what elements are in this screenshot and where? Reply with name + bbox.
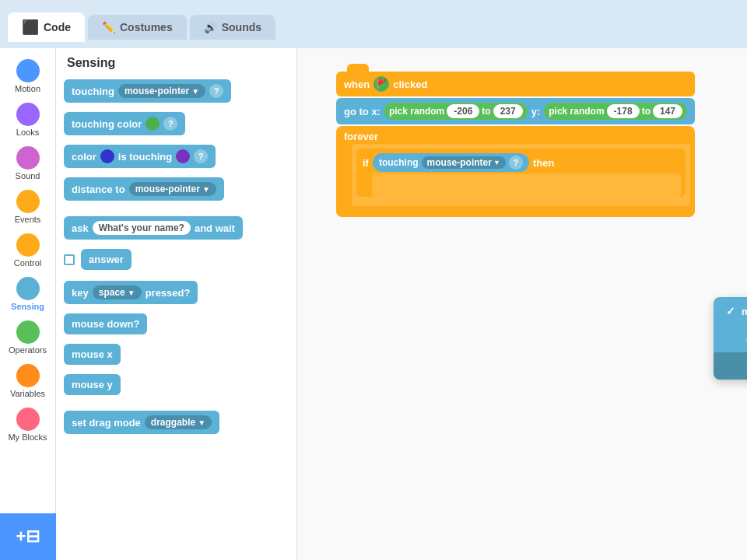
touching-dropdown[interactable]: mouse-pointer ▼ [118,84,205,98]
variables-label: Variables [10,389,45,398]
operators-dot [16,320,40,344]
touching-color-question: ? [163,117,177,131]
sensing-dot [16,277,40,300]
tab-costumes[interactable]: ✏️ Costumes [88,15,187,40]
tab-code[interactable]: ⬛ Code [8,12,85,42]
is-touching-text: is touching [118,151,172,163]
touching-color-text: touching color [72,118,142,130]
blue-color-circle[interactable] [100,149,114,163]
if-inner [372,173,681,197]
sidebar-item-events[interactable]: Events [2,187,54,227]
color-text: color [72,151,96,163]
sidebar-item-myblocks[interactable]: My Blocks [2,404,54,445]
if-dropdown-arrow-icon: ▼ [493,159,500,166]
workspace: when 🚩 clicked go to x: pick random -206… [297,48,747,560]
ask-input[interactable]: What's your name? [93,221,191,235]
sensing-label: Sensing [11,302,44,311]
if-text: if [363,157,369,169]
block-ask[interactable]: ask What's your name? and wait [64,216,289,244]
and-wait-text: and wait [195,222,235,234]
pick-random-1-block: pick random -206 to 237 [384,103,528,120]
clicked-text: clicked [393,79,427,90]
color-touching-question: ? [194,149,208,163]
block-touching[interactable]: touching mouse-pointer ▼ ? [64,79,289,107]
goto-block[interactable]: go to x: pick random -206 to 237 y: pick… [336,98,695,124]
myblocks-label: My Blocks [8,432,47,442]
if-touching-text: touching [379,157,419,168]
forever-label: forever [336,126,695,144]
block-set-drag[interactable]: set drag mode draggable ▼ [64,411,289,439]
mouse-down-text: mouse down? [72,318,139,330]
block-distance[interactable]: distance to mouse-pointer ▼ [64,177,289,205]
dropdown-item-mouse-pointer[interactable]: ✓ mouse-pointer [714,297,747,325]
tab-sounds-label: Sounds [222,21,261,33]
myblocks-dot [16,408,40,431]
y-label: y: [531,106,541,117]
block-color-touching[interactable]: color is touching ? [64,145,289,173]
events-dot [16,190,40,213]
block-mouse-y[interactable]: mouse y [64,374,289,400]
category-sidebar: Motion Looks Sound Events Control Sensin… [0,48,56,560]
touching-dropdown-popup: ✓ mouse-pointer edge snake [714,297,747,380]
distance-dropdown-arrow-icon: ▼ [202,185,210,194]
control-label: Control [14,258,41,268]
sidebar-item-looks[interactable]: Looks [2,100,54,140]
motion-dot [16,59,40,82]
answer-row: answer [64,249,132,270]
drag-dropdown[interactable]: draggable ▼ [145,415,212,429]
then-text: then [533,157,554,169]
if-question: ? [509,156,523,170]
sidebar-item-motion[interactable]: Motion [2,56,54,96]
pressed-text: pressed? [146,287,191,299]
block-answer[interactable]: answer [81,249,132,270]
if-touching-dropdown[interactable]: mouse-pointer ▼ [422,156,506,169]
tab-code-label: Code [44,21,71,33]
add-extension-button[interactable]: +⊟ [0,513,56,560]
key-dropdown-arrow-icon: ▼ [128,289,135,297]
sound-label: Sound [16,171,40,180]
distance-dropdown[interactable]: mouse-pointer ▼ [129,182,216,196]
sidebar-item-operators[interactable]: Operators [2,317,54,358]
dropdown-item-snake[interactable]: snake [714,352,747,380]
main-layout: Motion Looks Sound Events Control Sensin… [0,48,747,560]
n147-value: 147 [653,104,682,118]
dropdown-item-edge[interactable]: edge [714,325,747,352]
n237-value: 237 [493,104,523,118]
sidebar-item-sound[interactable]: Sound [2,143,54,184]
when-clicked-block-group: when 🚩 clicked go to x: pick random -206… [336,72,695,217]
forever-inner: if touching mouse-pointer ▼ ? then [352,144,690,206]
forever-block[interactable]: forever if touching mouse-pointer ▼ [336,126,695,217]
answer-checkbox[interactable] [64,254,75,265]
block-key-pressed[interactable]: key space ▼ pressed? [64,281,289,309]
ask-text: ask [72,222,89,234]
tab-bar: ⬛ Code ✏️ Costumes 🔊 Sounds [0,0,747,48]
distance-text: distance to [72,184,125,195]
if-touching-pill[interactable]: touching mouse-pointer ▼ ? [373,153,529,172]
when-clicked-block[interactable]: when 🚩 clicked [336,72,695,96]
sound-dot [16,146,40,170]
looks-label: Looks [16,128,39,137]
drag-dropdown-arrow-icon: ▼ [198,418,205,427]
control-dot [16,233,40,257]
if-block[interactable]: if touching mouse-pointer ▼ ? then [356,149,686,197]
operators-label: Operators [9,345,47,355]
key-dropdown[interactable]: space ▼ [93,285,142,299]
green-color-circle[interactable] [146,117,160,131]
goto-block-container: go to x: pick random -206 to 237 y: pick… [336,98,695,124]
tab-sounds[interactable]: 🔊 Sounds [190,15,275,40]
block-mouse-down[interactable]: mouse down? [64,313,289,339]
block-touching-color[interactable]: touching color ? [64,112,289,140]
goto-text: go to x: [344,106,381,117]
add-extension-icon: +⊟ [16,527,40,547]
sounds-icon: 🔊 [204,21,217,33]
neg206-value: -206 [447,104,479,118]
forever-footer [336,209,695,217]
green-flag-icon: 🚩 [374,76,389,92]
purple-color-circle[interactable] [176,149,190,163]
sidebar-item-control[interactable]: Control [2,230,54,271]
pick-random-2-block: pick random -178 to 147 [544,103,687,120]
sidebar-item-sensing[interactable]: Sensing [2,274,54,314]
panel-title: Sensing [64,56,289,70]
block-mouse-x[interactable]: mouse x [64,344,289,369]
sidebar-item-variables[interactable]: Variables [2,361,54,401]
